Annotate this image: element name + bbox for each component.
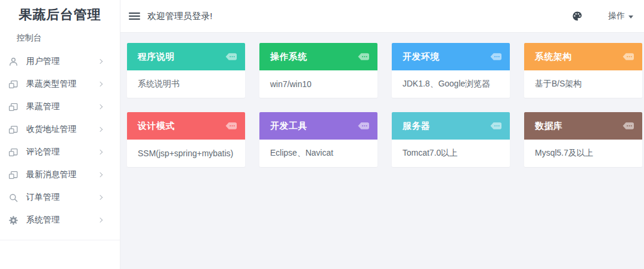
card-body-text: Eclipse、Navicat	[259, 140, 377, 167]
card-grid: 程序说明 系统说明书 操作系统 win7/win10 开发环境 JDK1.8、G…	[127, 43, 644, 167]
sidebar-item-news[interactable]: 最新消息管理	[0, 163, 120, 186]
card-title: 开发工具	[270, 120, 307, 132]
sidebar-item-label: 评论管理	[26, 147, 98, 157]
sidebar-item-users[interactable]: 用户管理	[0, 50, 120, 73]
card-title: 设计模式	[138, 120, 175, 132]
card-title: 开发环境	[402, 51, 439, 63]
card-title: 服务器	[402, 120, 431, 132]
gear-icon	[8, 215, 18, 225]
tag-icon	[358, 53, 369, 60]
chevron-right-icon	[98, 195, 103, 200]
sidebar-item-label: 系统管理	[26, 215, 98, 225]
sidebar-item-comments[interactable]: 评论管理	[0, 141, 120, 163]
chevron-right-icon	[98, 127, 103, 132]
card-title: 系统架构	[535, 51, 572, 63]
chevron-right-icon	[98, 172, 103, 177]
user-icon	[8, 57, 18, 67]
tag-icon	[490, 122, 501, 129]
chevron-right-icon	[98, 150, 103, 154]
tag-icon	[490, 53, 501, 60]
welcome-text: 欢迎管理员登录!	[147, 11, 212, 22]
main-content: 程序说明 系统说明书 操作系统 win7/win10 开发环境 JDK1.8、G…	[120, 33, 644, 269]
sidebar-item-addresses[interactable]: 收货地址管理	[0, 118, 120, 141]
chevron-right-icon	[98, 104, 103, 109]
card-design-pattern: 设计模式 SSM(jsp+spring+mybatis)	[127, 112, 245, 167]
card-program-description: 程序说明 系统说明书	[127, 43, 245, 98]
card-title: 操作系统	[270, 51, 307, 63]
card-body-text: SSM(jsp+spring+mybatis)	[127, 140, 245, 167]
sidebar-item-label: 果蔬类型管理	[26, 79, 98, 89]
sidebar: 果蔬后台管理 控制台 用户管理 果蔬类型管理 果蔬管理 收货地址管理	[0, 0, 120, 269]
palette-icon[interactable]	[571, 10, 583, 22]
sidebar-item-label: 订单管理	[26, 192, 98, 203]
card-server: 服务器 Tomcat7.0以上	[392, 112, 510, 167]
actions-label: 操作	[608, 11, 625, 21]
gallery-icon	[8, 147, 18, 157]
gallery-icon	[8, 125, 18, 135]
card-system-architecture: 系统架构 基于B/S架构	[524, 43, 642, 98]
card-body-text: 系统说明书	[127, 70, 245, 98]
card-database: 数据库 Mysql5.7及以上	[524, 112, 642, 167]
sidebar-item-label: 用户管理	[26, 56, 98, 67]
sidebar-item-product-types[interactable]: 果蔬类型管理	[0, 73, 120, 95]
tag-icon	[225, 122, 237, 129]
actions-dropdown[interactable]: 操作	[608, 11, 633, 21]
caret-down-icon	[628, 16, 633, 18]
card-body-text: Tomcat7.0以上	[392, 140, 510, 167]
sidebar-item-console[interactable]: 控制台	[0, 27, 120, 49]
gallery-icon	[8, 79, 18, 89]
topbar: 欢迎管理员登录! 操作	[120, 0, 644, 33]
card-dev-tools: 开发工具 Eclipse、Navicat	[259, 112, 377, 167]
tag-icon	[225, 53, 237, 60]
sidebar-item-orders[interactable]: 订单管理	[0, 186, 120, 209]
tag-icon	[623, 122, 634, 129]
search-icon	[8, 193, 18, 203]
sidebar-item-system[interactable]: 系统管理	[0, 209, 120, 231]
gallery-icon	[8, 102, 18, 112]
sidebar-divider	[0, 240, 120, 240]
card-dev-environment: 开发环境 JDK1.8、Google浏览器	[392, 43, 510, 98]
app-title: 果蔬后台管理	[0, 0, 120, 24]
sidebar-item-label: 最新消息管理	[26, 169, 98, 180]
card-body-text: JDK1.8、Google浏览器	[392, 70, 510, 98]
card-body-text: Mysql5.7及以上	[524, 140, 642, 167]
gallery-icon	[8, 170, 18, 180]
sidebar-menu: 用户管理 果蔬类型管理 果蔬管理 收货地址管理 评论管理	[0, 50, 120, 231]
tag-icon	[623, 53, 634, 60]
sidebar-item-products[interactable]: 果蔬管理	[0, 95, 120, 118]
card-body-text: 基于B/S架构	[524, 70, 642, 98]
chevron-right-icon	[98, 59, 103, 64]
chevron-right-icon	[98, 218, 103, 222]
chevron-right-icon	[98, 82, 103, 86]
sidebar-item-label: 果蔬管理	[26, 101, 98, 112]
card-body-text: win7/win10	[259, 70, 377, 98]
tag-icon	[358, 122, 369, 129]
card-operating-system: 操作系统 win7/win10	[259, 43, 377, 98]
hamburger-icon[interactable]	[129, 11, 140, 21]
card-title: 程序说明	[138, 51, 175, 63]
admin-dashboard: 果蔬后台管理 控制台 用户管理 果蔬类型管理 果蔬管理 收货地址管理	[0, 0, 644, 269]
card-title: 数据库	[535, 120, 563, 132]
sidebar-item-label: 收货地址管理	[26, 124, 98, 135]
